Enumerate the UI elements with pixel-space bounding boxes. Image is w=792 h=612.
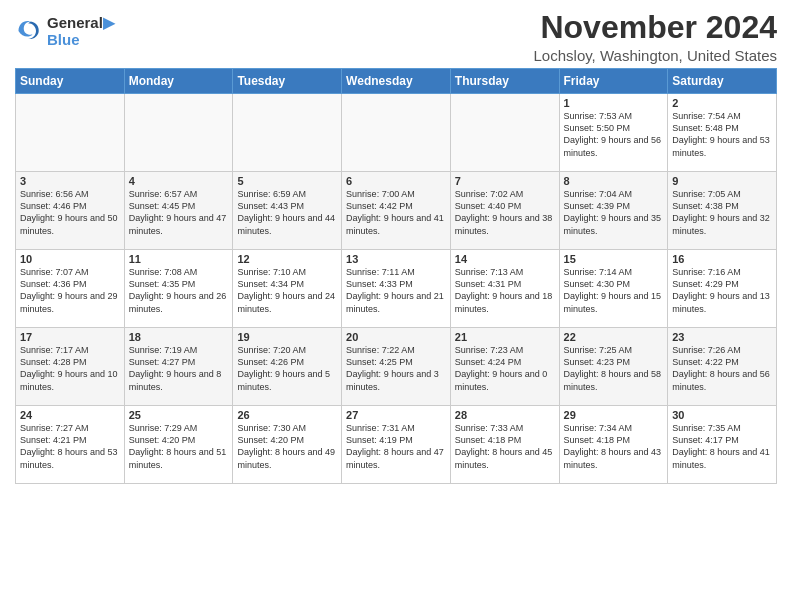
calendar-cell: 22Sunrise: 7:25 AMSunset: 4:23 PMDayligh…: [559, 328, 668, 406]
day-number: 20: [346, 331, 446, 343]
day-number: 24: [20, 409, 120, 421]
calendar-cell: 20Sunrise: 7:22 AMSunset: 4:25 PMDayligh…: [342, 328, 451, 406]
day-info: Sunrise: 7:33 AMSunset: 4:18 PMDaylight:…: [455, 422, 555, 471]
logo-icon: [15, 17, 43, 45]
calendar-cell: 1Sunrise: 7:53 AMSunset: 5:50 PMDaylight…: [559, 94, 668, 172]
day-number: 27: [346, 409, 446, 421]
day-number: 7: [455, 175, 555, 187]
logo: General▶ Blue: [15, 14, 115, 49]
calendar-cell: 6Sunrise: 7:00 AMSunset: 4:42 PMDaylight…: [342, 172, 451, 250]
weekday-header: Friday: [559, 69, 668, 94]
page-container: General▶ Blue November 2024 Lochsloy, Wa…: [0, 0, 792, 489]
calendar-cell: [233, 94, 342, 172]
day-number: 14: [455, 253, 555, 265]
day-info: Sunrise: 6:57 AMSunset: 4:45 PMDaylight:…: [129, 188, 229, 237]
day-info: Sunrise: 7:17 AMSunset: 4:28 PMDaylight:…: [20, 344, 120, 393]
day-number: 22: [564, 331, 664, 343]
calendar-cell: 27Sunrise: 7:31 AMSunset: 4:19 PMDayligh…: [342, 406, 451, 484]
day-info: Sunrise: 7:23 AMSunset: 4:24 PMDaylight:…: [455, 344, 555, 393]
day-info: Sunrise: 7:08 AMSunset: 4:35 PMDaylight:…: [129, 266, 229, 315]
day-info: Sunrise: 7:26 AMSunset: 4:22 PMDaylight:…: [672, 344, 772, 393]
day-number: 23: [672, 331, 772, 343]
day-number: 5: [237, 175, 337, 187]
day-number: 26: [237, 409, 337, 421]
day-info: Sunrise: 7:11 AMSunset: 4:33 PMDaylight:…: [346, 266, 446, 315]
calendar-cell: [16, 94, 125, 172]
day-number: 3: [20, 175, 120, 187]
weekday-header: Tuesday: [233, 69, 342, 94]
day-info: Sunrise: 7:22 AMSunset: 4:25 PMDaylight:…: [346, 344, 446, 393]
day-info: Sunrise: 7:53 AMSunset: 5:50 PMDaylight:…: [564, 110, 664, 159]
calendar-week-row: 24Sunrise: 7:27 AMSunset: 4:21 PMDayligh…: [16, 406, 777, 484]
calendar-week-row: 17Sunrise: 7:17 AMSunset: 4:28 PMDayligh…: [16, 328, 777, 406]
day-info: Sunrise: 7:27 AMSunset: 4:21 PMDaylight:…: [20, 422, 120, 471]
calendar-cell: 30Sunrise: 7:35 AMSunset: 4:17 PMDayligh…: [668, 406, 777, 484]
day-info: Sunrise: 6:56 AMSunset: 4:46 PMDaylight:…: [20, 188, 120, 237]
calendar-cell: 11Sunrise: 7:08 AMSunset: 4:35 PMDayligh…: [124, 250, 233, 328]
header: General▶ Blue November 2024 Lochsloy, Wa…: [15, 10, 777, 64]
day-info: Sunrise: 7:02 AMSunset: 4:40 PMDaylight:…: [455, 188, 555, 237]
calendar-cell: 23Sunrise: 7:26 AMSunset: 4:22 PMDayligh…: [668, 328, 777, 406]
day-info: Sunrise: 7:07 AMSunset: 4:36 PMDaylight:…: [20, 266, 120, 315]
logo-text: General▶ Blue: [47, 14, 115, 49]
day-number: 15: [564, 253, 664, 265]
day-number: 2: [672, 97, 772, 109]
calendar-cell: 9Sunrise: 7:05 AMSunset: 4:38 PMDaylight…: [668, 172, 777, 250]
calendar-cell: 13Sunrise: 7:11 AMSunset: 4:33 PMDayligh…: [342, 250, 451, 328]
day-number: 30: [672, 409, 772, 421]
day-number: 10: [20, 253, 120, 265]
day-number: 29: [564, 409, 664, 421]
day-number: 11: [129, 253, 229, 265]
day-info: Sunrise: 6:59 AMSunset: 4:43 PMDaylight:…: [237, 188, 337, 237]
calendar-cell: 14Sunrise: 7:13 AMSunset: 4:31 PMDayligh…: [450, 250, 559, 328]
day-number: 13: [346, 253, 446, 265]
calendar-cell: 2Sunrise: 7:54 AMSunset: 5:48 PMDaylight…: [668, 94, 777, 172]
calendar-cell: 12Sunrise: 7:10 AMSunset: 4:34 PMDayligh…: [233, 250, 342, 328]
calendar-table: SundayMondayTuesdayWednesdayThursdayFrid…: [15, 68, 777, 484]
weekday-header: Saturday: [668, 69, 777, 94]
calendar-cell: 19Sunrise: 7:20 AMSunset: 4:26 PMDayligh…: [233, 328, 342, 406]
calendar-cell: 24Sunrise: 7:27 AMSunset: 4:21 PMDayligh…: [16, 406, 125, 484]
day-info: Sunrise: 7:00 AMSunset: 4:42 PMDaylight:…: [346, 188, 446, 237]
day-info: Sunrise: 7:05 AMSunset: 4:38 PMDaylight:…: [672, 188, 772, 237]
calendar-week-row: 3Sunrise: 6:56 AMSunset: 4:46 PMDaylight…: [16, 172, 777, 250]
calendar-cell: 5Sunrise: 6:59 AMSunset: 4:43 PMDaylight…: [233, 172, 342, 250]
day-info: Sunrise: 7:20 AMSunset: 4:26 PMDaylight:…: [237, 344, 337, 393]
day-number: 8: [564, 175, 664, 187]
day-number: 1: [564, 97, 664, 109]
title-block: November 2024 Lochsloy, Washington, Unit…: [534, 10, 777, 64]
calendar-cell: [450, 94, 559, 172]
calendar-cell: 4Sunrise: 6:57 AMSunset: 4:45 PMDaylight…: [124, 172, 233, 250]
day-number: 19: [237, 331, 337, 343]
calendar-cell: 25Sunrise: 7:29 AMSunset: 4:20 PMDayligh…: [124, 406, 233, 484]
day-info: Sunrise: 7:04 AMSunset: 4:39 PMDaylight:…: [564, 188, 664, 237]
calendar-cell: 15Sunrise: 7:14 AMSunset: 4:30 PMDayligh…: [559, 250, 668, 328]
calendar-week-row: 1Sunrise: 7:53 AMSunset: 5:50 PMDaylight…: [16, 94, 777, 172]
day-info: Sunrise: 7:30 AMSunset: 4:20 PMDaylight:…: [237, 422, 337, 471]
day-info: Sunrise: 7:25 AMSunset: 4:23 PMDaylight:…: [564, 344, 664, 393]
day-number: 18: [129, 331, 229, 343]
calendar-week-row: 10Sunrise: 7:07 AMSunset: 4:36 PMDayligh…: [16, 250, 777, 328]
day-info: Sunrise: 7:10 AMSunset: 4:34 PMDaylight:…: [237, 266, 337, 315]
day-number: 28: [455, 409, 555, 421]
day-number: 12: [237, 253, 337, 265]
calendar-cell: [342, 94, 451, 172]
weekday-header: Wednesday: [342, 69, 451, 94]
weekday-header: Monday: [124, 69, 233, 94]
day-info: Sunrise: 7:34 AMSunset: 4:18 PMDaylight:…: [564, 422, 664, 471]
day-info: Sunrise: 7:29 AMSunset: 4:20 PMDaylight:…: [129, 422, 229, 471]
calendar-cell: 8Sunrise: 7:04 AMSunset: 4:39 PMDaylight…: [559, 172, 668, 250]
calendar-cell: 26Sunrise: 7:30 AMSunset: 4:20 PMDayligh…: [233, 406, 342, 484]
calendar-cell: 21Sunrise: 7:23 AMSunset: 4:24 PMDayligh…: [450, 328, 559, 406]
calendar-cell: 18Sunrise: 7:19 AMSunset: 4:27 PMDayligh…: [124, 328, 233, 406]
day-info: Sunrise: 7:16 AMSunset: 4:29 PMDaylight:…: [672, 266, 772, 315]
calendar-cell: 28Sunrise: 7:33 AMSunset: 4:18 PMDayligh…: [450, 406, 559, 484]
day-number: 6: [346, 175, 446, 187]
calendar-cell: 16Sunrise: 7:16 AMSunset: 4:29 PMDayligh…: [668, 250, 777, 328]
day-info: Sunrise: 7:19 AMSunset: 4:27 PMDaylight:…: [129, 344, 229, 393]
calendar-cell: 7Sunrise: 7:02 AMSunset: 4:40 PMDaylight…: [450, 172, 559, 250]
day-info: Sunrise: 7:31 AMSunset: 4:19 PMDaylight:…: [346, 422, 446, 471]
day-number: 17: [20, 331, 120, 343]
day-info: Sunrise: 7:13 AMSunset: 4:31 PMDaylight:…: [455, 266, 555, 315]
day-info: Sunrise: 7:35 AMSunset: 4:17 PMDaylight:…: [672, 422, 772, 471]
